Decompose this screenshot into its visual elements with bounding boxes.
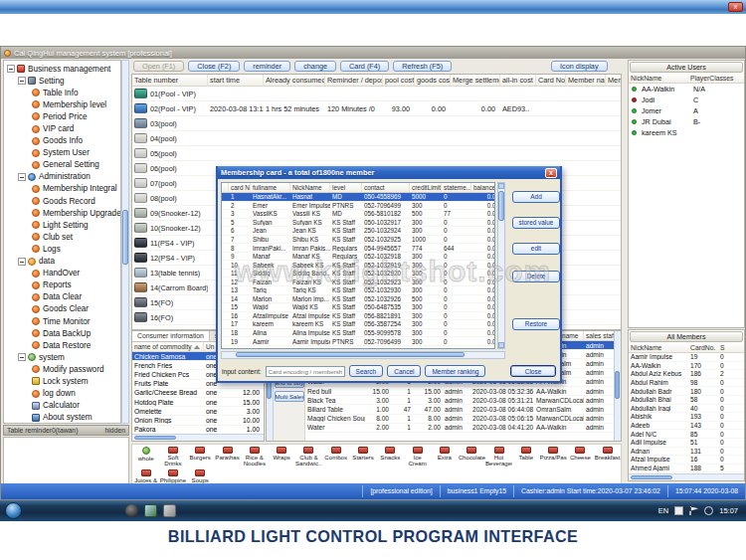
active-user-row[interactable]: kareem KS [629, 127, 744, 138]
tree-item[interactable]: About system [4, 412, 120, 424]
table-row[interactable]: 02(Pool - VIP) 2020-03-08 13:15 1 hrs 52… [132, 101, 621, 116]
tree-item[interactable]: Data Restore [4, 339, 120, 351]
close-button[interactable]: Close [510, 365, 556, 377]
tree-item[interactable]: Goods Info [4, 135, 120, 147]
taskbar-clock[interactable]: 15:07 [719, 506, 738, 515]
tree-expander-icon[interactable] [18, 353, 26, 361]
member-card-row[interactable]: 8 ImranPaki... Imran Pakis... Regulars 0… [222, 244, 494, 253]
member-row[interactable]: AA-Walkin 170 0 [629, 362, 744, 371]
category-item[interactable]: Hot Beverages [485, 446, 512, 468]
col-am-s[interactable]: S [718, 343, 732, 352]
members-hscrollbar[interactable] [221, 351, 505, 359]
member-card-row[interactable]: 9 Manaf Manaf KS Regulars 052-1032918 30… [222, 253, 494, 262]
all-members-hscrollbar[interactable] [629, 473, 744, 480]
sidebar-scrollbar[interactable] [121, 60, 129, 424]
tree-item[interactable]: Club set [4, 231, 120, 243]
tree-expander-icon[interactable] [7, 65, 15, 73]
col-level[interactable]: level [330, 183, 362, 192]
toolbar-button[interactable]: Refresh (F5) [393, 61, 452, 72]
member-card-row[interactable]: 19 Aamir Aamir Impulse PTNRS 052-7096499… [222, 337, 494, 346]
multi-sales-button[interactable]: Multi Sales [275, 391, 304, 402]
all-members-hscrollbar-thumb[interactable] [631, 475, 672, 479]
col-all-in-cost[interactable]: all-in cost [500, 75, 536, 86]
category-item[interactable]: Club & Sandwic... [295, 446, 322, 468]
commodity-row[interactable]: Garlic/Cheese Bread one 12.00 [132, 389, 264, 398]
member-row[interactable]: Abdul Aziz Kebus 186 2 [629, 370, 744, 379]
tree-item[interactable]: Logs [4, 243, 120, 255]
commodity-row[interactable]: Onion Rings one 10.00 [132, 416, 264, 425]
member-row[interactable]: Aamir Impulse 19 0 [629, 353, 744, 362]
tree-item[interactable]: Goods Record [4, 195, 120, 207]
active-user-row[interactable]: Jomer A [629, 105, 744, 116]
member-card-row[interactable]: 5 Sufyan Sufyan KS KS Staff 050-1032917 … [222, 219, 494, 228]
col-au-nickname[interactable]: NickName [629, 74, 688, 83]
toolbar-button[interactable]: change [294, 61, 336, 72]
sale-row[interactable]: Red bull 15.00 1 15.00 admin 2020-03-08 … [305, 387, 614, 396]
category-item[interactable]: Parathas [214, 446, 241, 468]
category-item[interactable]: Combos [322, 446, 349, 468]
member-card-row[interactable]: 11 Siddiq Siddiq Band... KS Staff 052-10… [222, 270, 494, 279]
card-encoding-input[interactable] [266, 366, 345, 377]
tree-item[interactable]: Business management [4, 63, 120, 75]
scroll-up-icon[interactable] [498, 183, 504, 189]
tree-expander-icon[interactable] [18, 258, 26, 266]
member-row[interactable]: Afzal Impulse 16 0 [629, 456, 744, 465]
member-row[interactable]: Adeeb 143 0 [629, 422, 744, 431]
table-row[interactable]: 04(pool) [132, 131, 621, 146]
add-button[interactable]: Add [512, 191, 560, 203]
category-item[interactable]: whole [132, 446, 159, 468]
active-user-row[interactable]: JR Dubai B- [629, 116, 744, 127]
member-row[interactable]: Abishik 193 0 [629, 413, 744, 422]
col-am-nickname[interactable]: NickName [629, 343, 688, 352]
member-card-row[interactable]: 14 Marlon Marlon Imp... KS Staff 052-103… [222, 295, 494, 304]
commodity-row[interactable]: Omelette one 3.00 [132, 407, 264, 416]
col-nickname[interactable]: NickName [290, 183, 330, 192]
col-card-no[interactable]: Card No. [536, 75, 566, 86]
category-item[interactable]: Breakfast [594, 446, 621, 468]
scroll-down-icon[interactable] [498, 342, 504, 348]
sale-row[interactable]: Water 2.00 1 2.00 admin 2020-03-08 04:41… [305, 424, 614, 433]
tree-item[interactable]: Light Setting [4, 219, 120, 231]
sale-row[interactable]: Maggi Chicken Soup 8.00 1 8.00 admin 202… [305, 415, 614, 424]
tree-item[interactable]: HandOver [4, 268, 120, 280]
consumer-hscrollbar[interactable] [132, 434, 264, 441]
col-contact[interactable]: contact [362, 183, 410, 192]
active-user-row[interactable]: Jodi C [629, 94, 744, 105]
member-row[interactable]: Adel N/C 85 0 [629, 430, 744, 439]
tray-clock-icon[interactable] [704, 506, 713, 515]
col-goods-cost[interactable]: goods cost [415, 75, 451, 86]
consumer-hscrollbar-thumb[interactable] [134, 436, 176, 440]
tree-item[interactable]: log down [4, 388, 120, 400]
member-row[interactable]: Adnan 131 0 [629, 448, 744, 457]
member-row[interactable]: Abdullah Iraqi 40 0 [629, 405, 744, 414]
tree-item[interactable]: General Setting [4, 159, 120, 171]
tree-item[interactable]: system [4, 351, 120, 363]
col-creditlimit[interactable]: creditLimit [410, 183, 442, 192]
tree-item[interactable]: System User [4, 147, 120, 159]
start-button[interactable] [5, 502, 22, 519]
tree-expander-icon[interactable] [18, 77, 26, 85]
member-row[interactable]: Adil Impulse 51 0 [629, 439, 744, 448]
col-table-number[interactable]: Table number [132, 75, 208, 86]
member-card-row[interactable]: 13 Tariq Tariq KS KS Staff 052-1032930 3… [222, 286, 494, 295]
category-item[interactable]: Rice & Noodles [241, 446, 268, 468]
col-sale-staff2[interactable]: sales staff [584, 331, 614, 340]
member-card-row[interactable]: 1 HasnatAkr... Hasnat MD 050-4558969 500… [222, 193, 494, 202]
tree-item[interactable]: Table Info [4, 87, 120, 98]
stored-value-button[interactable]: stored value [512, 217, 560, 229]
col-reminder-deposit[interactable]: Reminder / deposit [325, 75, 383, 86]
tree-item[interactable]: Calculator [4, 400, 120, 412]
member-card-row[interactable]: 10 Sabeek Sabeek KS KS Staff 052-1032919… [222, 261, 494, 270]
category-item[interactable]: Wraps [268, 446, 294, 468]
toolbar-button[interactable]: Card (F4) [340, 61, 389, 72]
table-row[interactable]: 05(pool) [132, 146, 621, 161]
col-member-name[interactable]: Member name [566, 75, 606, 86]
members-vscrollbar[interactable] [497, 182, 505, 349]
tree-item[interactable]: Membership Upgrade [4, 207, 120, 219]
member-card-row[interactable]: 17 kareem kareem KS KS Staff 056-3587254… [222, 320, 494, 329]
tree-item[interactable]: data [4, 256, 120, 268]
tree-item[interactable]: Data BackUp [4, 327, 120, 339]
col-au-playerclasses[interactable]: PlayerClasses [688, 74, 740, 83]
table-row[interactable]: 03(pool) [132, 116, 621, 131]
members-hscrollbar-thumb[interactable] [236, 352, 465, 357]
